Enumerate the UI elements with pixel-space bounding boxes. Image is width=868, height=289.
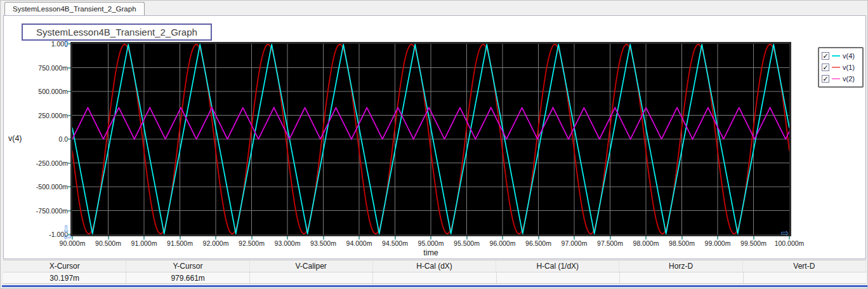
cursor-table-header: V-Caliper <box>250 260 373 272</box>
y-tick-label: 0.0 <box>23 135 68 143</box>
x-tick-label: 93.000m <box>269 239 306 247</box>
x-tick-mark <box>358 236 360 239</box>
legend-checkbox-v4[interactable]: ✓ <box>822 52 829 60</box>
legend-checkbox-v1[interactable]: ✓ <box>822 64 829 71</box>
y-tick-mark <box>67 138 70 140</box>
cursor-table-header: Y-Cursor <box>126 260 249 272</box>
y-tick-label: 250.000m <box>23 112 68 119</box>
x-tick-label: 98.000m <box>628 239 664 247</box>
x-tick-mark <box>430 236 431 239</box>
x-tick-label: 91.000m <box>126 239 162 247</box>
legend-color-dash <box>832 55 840 57</box>
legend-checkbox-v2[interactable]: ✓ <box>822 75 829 83</box>
cursor-table-value-row: 30.197m979.661m <box>3 272 866 284</box>
legend-label: v(2) <box>843 75 855 83</box>
x-tick-mark <box>108 236 109 239</box>
legend-item-v4: ✓v(4) <box>822 50 860 62</box>
x-tick-label: 97.000m <box>556 239 593 247</box>
x-tick-mark <box>215 236 216 239</box>
x-tick-label: 94.000m <box>341 239 378 247</box>
y-tick-mark <box>67 67 70 69</box>
x-tick-label: 91.500m <box>162 239 199 247</box>
cursor-table: X-CursorY-CursorV-CaliperH-Cal (dX)H-Cal… <box>3 260 866 284</box>
y-axis-top-arrow-icon[interactable]: ⇧ <box>62 39 70 48</box>
cursor-table-header: Horz-D <box>619 260 742 272</box>
cursor-table-value: 30.197m <box>3 272 126 283</box>
x-tick-mark <box>502 236 503 239</box>
legend-item-v1: ✓v(1) <box>822 62 860 73</box>
x-tick-mark <box>323 236 324 239</box>
x-tick-mark <box>251 236 253 239</box>
cursor-table-header: H-Cal (dX) <box>373 260 496 272</box>
cursor-table-header-row: X-CursorY-CursorV-CaliperH-Cal (dX)H-Cal… <box>3 260 866 272</box>
legend-label: v(1) <box>843 64 855 71</box>
cursor-table-header: Vert-D <box>743 260 866 272</box>
x-axis-left-arrow-icon[interactable]: ⇦ <box>63 232 72 241</box>
legend-color-dash <box>832 67 840 68</box>
cursor-table-value <box>250 272 373 283</box>
x-tick-mark <box>395 236 396 239</box>
x-tick-mark <box>717 236 718 239</box>
x-tick-label: 92.500m <box>233 239 270 247</box>
y-tick-mark <box>67 186 70 187</box>
y-axis-label: v(4) <box>8 134 22 143</box>
y-tick-mark <box>67 115 70 116</box>
y-tick-label: 1.000 <box>23 40 68 48</box>
x-axis-label: time <box>412 248 450 257</box>
x-tick-mark <box>574 236 575 239</box>
cursor-table-value <box>620 272 743 283</box>
x-tick-label: 98.500m <box>664 239 700 247</box>
tab-graph[interactable]: SystemLesson4B_Transient_2_Graph <box>4 2 145 15</box>
y-tick-label: 500.000m <box>23 88 68 95</box>
x-tick-mark <box>538 236 539 239</box>
y-tick-label: -750.000m <box>23 207 68 215</box>
x-tick-mark <box>287 236 288 239</box>
graph-title-box[interactable]: SystemLesson4B_Transient_2_Graph <box>22 24 212 41</box>
x-tick-label: 96.000m <box>484 239 521 247</box>
legend-label: v(4) <box>843 52 855 60</box>
x-tick-mark <box>681 236 683 239</box>
cursor-table-header: X-Cursor <box>3 260 126 272</box>
x-tick-mark <box>645 236 647 239</box>
x-tick-mark <box>466 236 468 239</box>
y-tick-label: -500.000m <box>23 183 68 191</box>
x-tick-label: 100.000m <box>771 239 808 247</box>
x-tick-label: 93.500m <box>305 239 342 247</box>
legend: ✓v(4)✓v(1)✓v(2) <box>818 47 864 88</box>
x-tick-mark <box>143 236 145 239</box>
legend-item-v2: ✓v(2) <box>822 73 860 84</box>
y-tick-label: -250.000m <box>23 159 68 167</box>
x-tick-mark <box>753 236 754 239</box>
tab-bar: SystemLesson4B_Transient_2_Graph <box>1 1 867 15</box>
cursor-table-value: 979.661m <box>126 272 249 283</box>
y-tick-mark <box>67 210 70 212</box>
waveform-chart <box>72 44 789 234</box>
graph-window: { "window": { "tab_title": "SystemLesson… <box>0 0 868 289</box>
graph-title: SystemLesson4B_Transient_2_Graph <box>36 27 197 37</box>
y-tick-mark <box>67 163 70 164</box>
x-tick-label: 96.500m <box>520 239 557 247</box>
cursor-table-value <box>373 272 496 283</box>
x-tick-label: 90.500m <box>90 239 127 247</box>
x-tick-label: 94.500m <box>377 239 414 247</box>
x-tick-label: 99.500m <box>735 239 772 247</box>
x-axis-right-arrow-icon[interactable]: ⇨ <box>781 228 789 238</box>
x-tick-label: 95.000m <box>412 239 449 247</box>
cursor-table-header: H-Cal (1/dX) <box>496 260 619 272</box>
x-tick-mark <box>180 236 181 239</box>
y-tick-mark <box>67 91 70 92</box>
legend-color-dash <box>832 78 840 79</box>
y-tick-label: -1.000 <box>23 231 68 238</box>
window-bottom-accent <box>2 285 867 287</box>
x-tick-mark <box>72 236 73 239</box>
x-tick-label: 95.500m <box>449 239 485 247</box>
y-tick-label: 750.000m <box>23 64 68 72</box>
cursor-table-value <box>744 272 866 283</box>
x-tick-mark <box>610 236 611 239</box>
x-tick-label: 99.000m <box>699 239 736 247</box>
x-tick-label: 90.000m <box>54 239 91 247</box>
x-tick-label: 97.500m <box>592 239 629 247</box>
cursor-table-value <box>497 272 620 283</box>
x-tick-label: 92.000m <box>197 239 234 247</box>
tab-graph-label: SystemLesson4B_Transient_2_Graph <box>13 5 136 13</box>
